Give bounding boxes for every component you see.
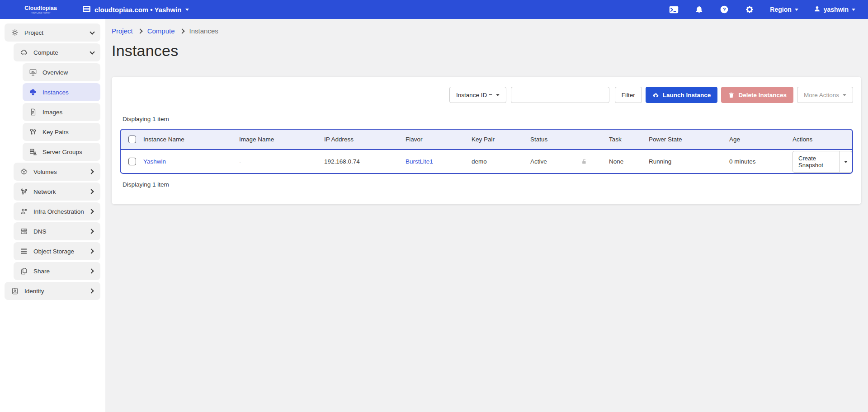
chevron-down-icon <box>795 9 798 11</box>
help-icon[interactable]: ? <box>719 5 729 14</box>
instances-table: Instance Name Image Name IP Address Flav… <box>120 129 853 174</box>
table-toolbar: Instance ID = Filter Launch Instance Del… <box>120 87 853 103</box>
row-checkbox[interactable] <box>128 158 136 165</box>
sidebar-item-server-groups[interactable]: Server Groups <box>23 143 100 161</box>
top-navigation-bar: Cloudtopiaa Your Cloud Partner cloudtopi… <box>0 0 868 19</box>
sidebar-item-infra-orchestration[interactable]: Infra Orchestration <box>14 202 100 220</box>
identity-badge-icon <box>11 287 19 295</box>
sidebar-item-share[interactable]: Share <box>14 262 100 280</box>
svg-text:?: ? <box>723 6 726 12</box>
server-groups-icon <box>29 148 37 156</box>
sidebar-item-project[interactable]: Project <box>5 23 100 42</box>
col-task[interactable]: Task <box>607 130 647 150</box>
trash-icon <box>728 92 735 98</box>
user-name-label: yashwin <box>824 6 849 13</box>
sidebar-item-images[interactable]: Images <box>23 103 100 121</box>
sidebar-item-instances[interactable]: Instances <box>23 83 100 101</box>
create-snapshot-button[interactable]: Create Snapshot <box>793 151 840 172</box>
region-selector[interactable]: Region <box>770 6 798 13</box>
sidebar-item-dns[interactable]: DNS <box>14 222 100 240</box>
col-instance-name[interactable]: Instance Name <box>142 130 237 150</box>
col-status[interactable]: Status <box>528 130 579 150</box>
table-header-row: Instance Name Image Name IP Address Flav… <box>121 130 852 150</box>
page-title: Instances <box>112 42 861 60</box>
flavor-link[interactable]: BurstLite1 <box>406 158 433 165</box>
breadcrumb-project-link[interactable]: Project <box>112 27 133 35</box>
filter-type-dropdown[interactable]: Instance ID = <box>449 87 506 103</box>
sidebar-item-label: Network <box>33 188 84 195</box>
row-actions-dropdown-toggle[interactable] <box>840 151 852 172</box>
user-menu[interactable]: yashwin <box>814 5 855 14</box>
chevron-right-icon <box>89 288 94 293</box>
col-power-state[interactable]: Power State <box>647 130 727 150</box>
lock-state-cell <box>579 150 607 173</box>
sidebar-item-key-pairs[interactable]: Key Pairs <box>23 123 100 141</box>
notifications-bell-icon[interactable] <box>694 5 704 14</box>
sidebar-item-identity[interactable]: Identity <box>5 282 100 300</box>
sidebar-item-volumes[interactable]: Volumes <box>14 163 100 181</box>
status-cell: Active <box>528 150 579 173</box>
select-all-checkbox[interactable] <box>128 136 136 143</box>
chevron-down-icon <box>843 94 846 96</box>
filter-search-input[interactable] <box>511 87 609 103</box>
sidebar-item-label: Object Storage <box>33 248 84 255</box>
item-count-top: Displaying 1 item <box>123 116 853 122</box>
col-image-name[interactable]: Image Name <box>237 130 322 150</box>
volumes-cube-icon <box>20 168 28 176</box>
task-cell: None <box>607 150 647 173</box>
infra-orchestration-icon <box>20 207 28 215</box>
sidebar-item-network[interactable]: Network <box>14 183 100 201</box>
console-icon[interactable] <box>669 5 679 14</box>
chevron-down-icon <box>90 29 94 34</box>
chevron-right-icon <box>89 209 94 214</box>
main-content: Project Compute Instances Instances Inst… <box>105 19 868 412</box>
object-storage-list-icon <box>20 247 28 255</box>
breadcrumb-compute-link[interactable]: Compute <box>147 27 175 35</box>
filter-button[interactable]: Filter <box>615 87 642 103</box>
chevron-down-icon <box>496 94 500 96</box>
sidebar-item-label: Compute <box>33 49 85 56</box>
col-age[interactable]: Age <box>727 130 791 150</box>
sidebar-item-object-storage[interactable]: Object Storage <box>14 242 100 260</box>
settings-gear-icon[interactable] <box>745 5 755 14</box>
more-actions-label: More Actions <box>804 92 839 98</box>
image-name-cell: - <box>237 150 322 173</box>
item-count-bottom: Displaying 1 item <box>123 181 853 188</box>
domain-project-switcher[interactable]: cloudtopiaa.com • Yashwin <box>82 5 189 14</box>
table-row: Yashwin - 192.168.0.74 BurstLite1 demo A… <box>121 150 852 173</box>
brand-logo[interactable]: Cloudtopiaa Your Cloud Partner <box>14 5 68 14</box>
instance-name-link[interactable]: Yashwin <box>143 158 166 165</box>
col-flavor[interactable]: Flavor <box>404 130 470 150</box>
sidebar-item-label: DNS <box>33 228 84 235</box>
region-label: Region <box>770 6 791 13</box>
cloud-upload-icon <box>652 92 659 98</box>
compute-cloud-icon <box>20 48 28 56</box>
sidebar-item-label: Images <box>42 109 94 116</box>
col-ip-address[interactable]: IP Address <box>322 130 404 150</box>
brand-logo-tagline: Your Cloud Partner <box>14 12 68 14</box>
chevron-down-icon <box>90 49 94 54</box>
chevron-down-icon <box>844 161 848 163</box>
more-actions-dropdown[interactable]: More Actions <box>797 87 853 103</box>
col-key-pair[interactable]: Key Pair <box>470 130 528 150</box>
launch-instance-button[interactable]: Launch Instance <box>646 87 718 103</box>
sidebar-item-label: Server Groups <box>42 149 94 155</box>
images-document-icon <box>29 108 37 116</box>
sidebar-item-compute[interactable]: Compute <box>14 43 100 61</box>
delete-instances-button[interactable]: Delete Instances <box>721 87 793 103</box>
sidebar-navigation: Project Compute Overview Instances Image… <box>0 19 105 412</box>
sidebar-item-label: Project <box>24 29 85 36</box>
col-lock <box>579 130 607 150</box>
brand-logo-title: Cloudtopiaa <box>14 5 68 11</box>
age-cell: 0 minutes <box>727 150 791 173</box>
network-icon <box>20 187 28 196</box>
key-pairs-icon <box>29 128 37 136</box>
chevron-right-icon <box>137 28 142 33</box>
sidebar-item-overview[interactable]: Overview <box>23 63 100 81</box>
sidebar-item-label: Overview <box>42 69 94 76</box>
unlocked-icon <box>581 158 588 165</box>
dns-server-icon <box>20 227 28 235</box>
chevron-down-icon <box>852 9 855 11</box>
ip-address-cell: 192.168.0.74 <box>322 150 404 173</box>
project-gear-icon <box>11 28 19 37</box>
